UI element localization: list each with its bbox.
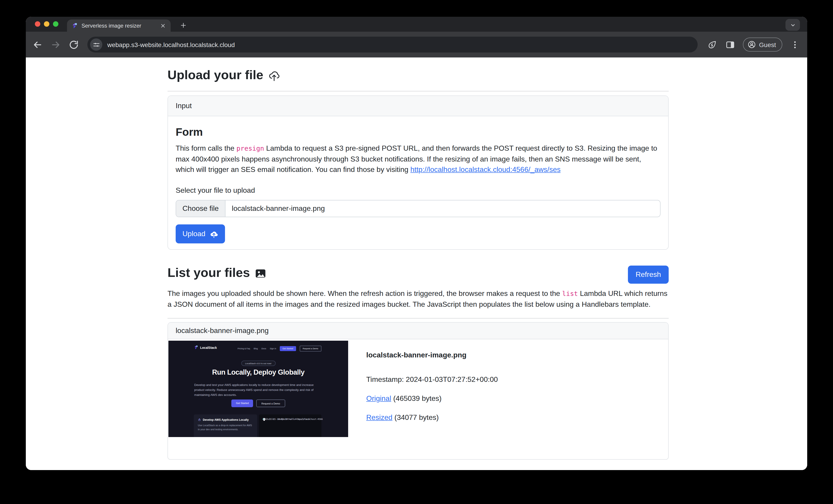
form-title: Form xyxy=(176,126,661,138)
menu-dots-icon[interactable] xyxy=(790,40,800,50)
tab-serverless-image-resizer[interactable]: Serverless image resizer xyxy=(67,20,171,32)
side-panel-icon[interactable] xyxy=(725,40,735,50)
upload-desc-text-1: This form calls the xyxy=(176,144,237,152)
file-details: localstack-banner-image.png Timestamp: 2… xyxy=(366,351,498,422)
file-timestamp: Timestamp: 2024-01-03T07:27:52+00:00 xyxy=(366,376,498,384)
file-select-label: Select your file to upload xyxy=(176,186,661,195)
tune-icon xyxy=(93,41,100,48)
upload-heading-text: Upload your file xyxy=(167,68,263,82)
page-content: Upload your file Input Form This form ca… xyxy=(26,57,807,470)
list-description: The images you uploaded should be shown … xyxy=(167,288,669,309)
refresh-button[interactable]: Refresh xyxy=(628,266,669,284)
list-heading-text: List your files xyxy=(167,266,250,280)
upload-box-icon xyxy=(198,418,201,421)
url-bar[interactable]: webapp.s3-website.localhost.localstack.c… xyxy=(87,36,697,52)
performance-leaf-icon[interactable] xyxy=(707,40,717,50)
upload-button[interactable]: Upload xyxy=(176,224,225,244)
image-icon xyxy=(255,268,267,280)
resized-line: Resized (34077 bytes) xyxy=(366,413,498,422)
tab-close-icon[interactable] xyxy=(160,22,166,29)
banner-terminal: > aws s3 ls --endpoint-url http://localh… xyxy=(259,414,322,437)
list-desc-text-1: The images you uploaded should be shown … xyxy=(167,289,562,297)
banner-nav-link: Blog xyxy=(254,348,258,350)
upload-section-heading: Upload your file xyxy=(167,68,669,82)
terminal-prompt: > xyxy=(263,418,264,421)
file-card-header: localstack-banner-image.png xyxy=(168,323,668,339)
presign-code: presign xyxy=(237,145,264,152)
divider xyxy=(167,318,669,319)
divider xyxy=(167,91,669,92)
browser-window: Serverless image resizer xyxy=(26,17,807,470)
browser-toolbar: webapp.s3-website.localhost.localstack.c… xyxy=(26,32,807,57)
desktop-background: Serverless image resizer xyxy=(0,0,833,504)
banner-cta-get-started: Get Started xyxy=(232,400,253,407)
minimize-window-button[interactable] xyxy=(44,21,49,27)
tab-title: Serverless image resizer xyxy=(81,22,156,29)
resized-size: (34077 bytes) xyxy=(392,413,439,421)
original-line: Original (465039 bytes) xyxy=(366,395,498,403)
banner-nav-get-started: Get Started xyxy=(280,346,296,351)
input-card: Input Form This form calls the presign L… xyxy=(167,96,669,250)
original-size: (465039 bytes) xyxy=(391,395,442,402)
banner-nav-request-demo: Request a Demo xyxy=(300,346,322,352)
banner-headline: Run Locally, Deploy Globally xyxy=(168,368,348,376)
chevron-down-icon xyxy=(789,22,796,28)
banner-subtext: Develop and test your AWS applications l… xyxy=(194,382,322,397)
reload-button[interactable] xyxy=(68,39,79,50)
url-text[interactable]: webapp.s3-website.localhost.localstack.c… xyxy=(107,41,235,48)
file-title: localstack-banner-image.png xyxy=(366,351,498,359)
profile-label: Guest xyxy=(759,41,776,48)
banner-feature-text: Use LocalStack as a drop-in replacement … xyxy=(198,424,253,431)
file-input[interactable]: Choose file localstack-banner-image.png xyxy=(176,200,661,217)
ses-link[interactable]: http://localhost.localstack.cloud:4566/_… xyxy=(410,166,561,173)
profile-button[interactable]: Guest xyxy=(743,37,782,52)
localstack-favicon-icon xyxy=(72,22,78,29)
banner-version-badge: LocalStack v3.0 is out now! xyxy=(241,360,276,366)
file-card-body: LocalStack Pricing & Faq Blog Docs Sign … xyxy=(168,339,668,459)
resized-link[interactable]: Resized xyxy=(366,413,392,421)
list-section-heading-row: List your files Refresh xyxy=(167,266,669,284)
tab-strip: Serverless image resizer xyxy=(26,17,807,32)
banner-feature-card: Develop AWS Applications Locally Use Loc… xyxy=(194,414,257,437)
file-thumbnail: LocalStack Pricing & Faq Blog Docs Sign … xyxy=(168,341,348,437)
forward-button[interactable] xyxy=(50,39,61,50)
person-icon xyxy=(747,40,756,49)
new-tab-button[interactable] xyxy=(178,20,189,31)
banner-cta-row: Get Started Request a Demo xyxy=(168,400,348,407)
banner-nav: Pricing & Faq Blog Docs Sign in Get Star… xyxy=(237,346,322,352)
banner-feature-title: Develop AWS Applications Locally xyxy=(203,418,249,421)
banner-nav-link: Sign in xyxy=(270,348,276,350)
banner-logo: LocalStack xyxy=(194,345,217,350)
upload-description: This form calls the presign Lambda to re… xyxy=(176,143,661,175)
upload-button-label: Upload xyxy=(183,230,205,238)
localstack-logo-icon xyxy=(194,345,198,350)
banner-cta-request-demo: Request a Demo xyxy=(257,400,285,407)
window-controls xyxy=(35,21,58,27)
tab-search-button[interactable] xyxy=(785,19,800,31)
maximize-window-button[interactable] xyxy=(53,21,58,27)
list-section-heading: List your files xyxy=(167,266,267,280)
site-settings-button[interactable] xyxy=(90,39,102,51)
list-code: list xyxy=(562,290,578,297)
cloud-upload-icon xyxy=(268,70,280,82)
cloud-upload-filled-icon xyxy=(209,230,218,238)
back-button[interactable] xyxy=(32,39,43,50)
banner-nav-link: Docs xyxy=(261,348,266,350)
plus-icon xyxy=(180,22,187,29)
selected-file-name: localstack-banner-image.png xyxy=(225,200,325,217)
close-window-button[interactable] xyxy=(35,21,40,27)
banner-brand: LocalStack xyxy=(200,346,217,349)
input-card-body: Form This form calls the presign Lambda … xyxy=(168,116,668,249)
choose-file-button[interactable]: Choose file xyxy=(176,200,225,217)
banner-nav-link: Pricing & Faq xyxy=(237,348,250,350)
file-card: localstack-banner-image.png LocalStack xyxy=(167,322,669,460)
input-card-header: Input xyxy=(168,96,668,116)
original-link[interactable]: Original xyxy=(366,395,391,402)
